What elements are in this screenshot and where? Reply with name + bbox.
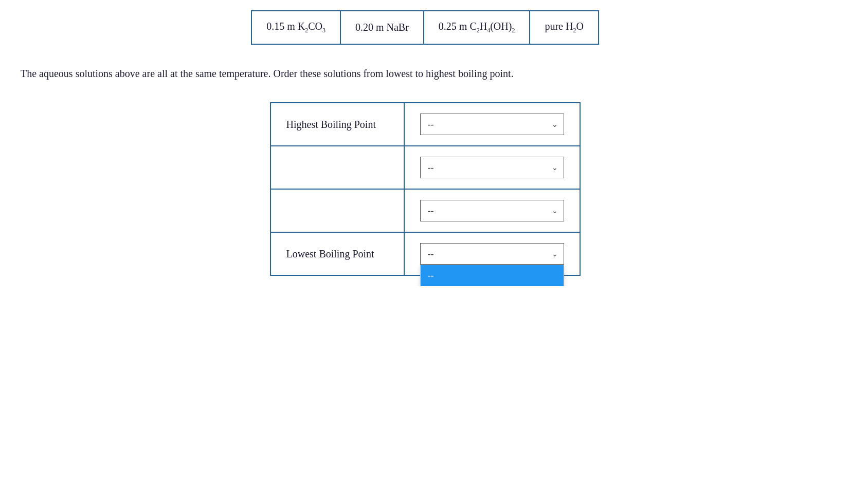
- solutions-table: 0.15 m K2CO3 0.20 m NaBr 0.25 m C2H4(OH)…: [251, 10, 599, 45]
- ordering-table-wrapper: Highest Boiling Point -- 0.15 m K₂CO₃ 0.…: [21, 102, 829, 276]
- third-dropdown-cell: -- 0.15 m K₂CO₃ 0.20 m NaBr 0.25 m C₂H₄(…: [404, 189, 580, 232]
- lowest-dropdown-list: -- 0.15 m K2CO3 0.20 m NaBr 0.25 m C2H4(…: [420, 265, 564, 286]
- lowest-dropdown[interactable]: -- 0.15 m K₂CO₃ 0.20 m NaBr 0.25 m C₂H₄(…: [420, 243, 564, 265]
- second-label: [270, 146, 404, 189]
- highest-dropdown-container: -- 0.15 m K₂CO₃ 0.20 m NaBr 0.25 m C₂H₄(…: [420, 114, 564, 135]
- highest-dropdown-cell: -- 0.15 m K₂CO₃ 0.20 m NaBr 0.25 m C₂H₄(…: [404, 103, 580, 146]
- second-dropdown[interactable]: -- 0.15 m K₂CO₃ 0.20 m NaBr 0.25 m C₂H₄(…: [420, 157, 564, 178]
- lowest-dropdown-wrapper: -- 0.15 m K₂CO₃ 0.20 m NaBr 0.25 m C₂H₄(…: [420, 243, 564, 265]
- description-text: The aqueous solutions above are all at t…: [21, 65, 638, 82]
- solutions-table-wrapper: 0.15 m K2CO3 0.20 m NaBr 0.25 m C2H4(OH)…: [21, 10, 829, 45]
- solution-nabr: 0.20 m NaBr: [340, 11, 424, 44]
- ordering-row-lowest: Lowest Boiling Point -- 0.15 m K₂CO₃ 0.2…: [270, 232, 580, 275]
- lowest-dropdown-cell: -- 0.15 m K₂CO₃ 0.20 m NaBr 0.25 m C₂H₄(…: [404, 232, 580, 275]
- solution-c2h4oh2: 0.25 m C2H4(OH)2: [424, 11, 530, 44]
- highest-label: Highest Boiling Point: [270, 103, 404, 146]
- highest-dropdown[interactable]: -- 0.15 m K₂CO₃ 0.20 m NaBr 0.25 m C₂H₄(…: [420, 114, 564, 135]
- solution-k2co3: 0.15 m K2CO3: [251, 11, 340, 44]
- ordering-row-second: -- 0.15 m K₂CO₃ 0.20 m NaBr 0.25 m C₂H₄(…: [270, 146, 580, 189]
- third-dropdown-container: -- 0.15 m K₂CO₃ 0.20 m NaBr 0.25 m C₂H₄(…: [420, 200, 564, 221]
- second-dropdown-cell: -- 0.15 m K₂CO₃ 0.20 m NaBr 0.25 m C₂H₄(…: [404, 146, 580, 189]
- third-label: [270, 189, 404, 232]
- solutions-row: 0.15 m K2CO3 0.20 m NaBr 0.25 m C2H4(OH)…: [251, 11, 599, 44]
- solution-h2o: pure H2O: [530, 11, 598, 44]
- ordering-table: Highest Boiling Point -- 0.15 m K₂CO₃ 0.…: [270, 102, 581, 276]
- ordering-row-third: -- 0.15 m K₂CO₃ 0.20 m NaBr 0.25 m C₂H₄(…: [270, 189, 580, 232]
- third-dropdown[interactable]: -- 0.15 m K₂CO₃ 0.20 m NaBr 0.25 m C₂H₄(…: [420, 200, 564, 221]
- second-dropdown-container: -- 0.15 m K₂CO₃ 0.20 m NaBr 0.25 m C₂H₄(…: [420, 157, 564, 178]
- lowest-list-item-default[interactable]: --: [421, 265, 564, 286]
- lowest-label: Lowest Boiling Point: [270, 232, 404, 275]
- ordering-row-highest: Highest Boiling Point -- 0.15 m K₂CO₃ 0.…: [270, 103, 580, 146]
